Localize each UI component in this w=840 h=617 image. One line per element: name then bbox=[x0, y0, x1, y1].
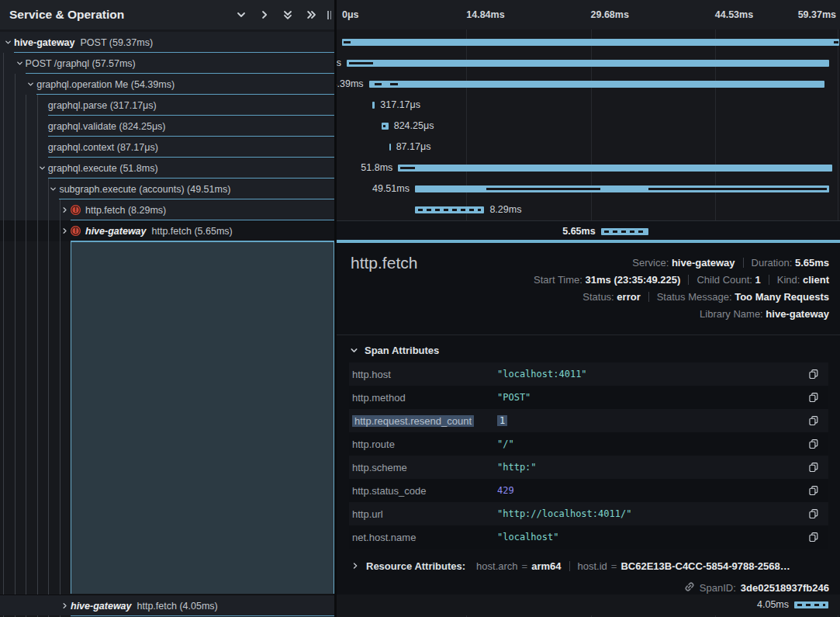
resource-value: arm64 bbox=[531, 560, 561, 572]
copy-icon[interactable] bbox=[808, 438, 819, 449]
meta-label: Service: bbox=[632, 257, 672, 269]
copy-icon[interactable] bbox=[808, 532, 819, 542]
span-bar[interactable] bbox=[347, 60, 829, 67]
chevron-down-icon[interactable] bbox=[26, 80, 36, 88]
span-meta-line: Library Name: hive-gateway bbox=[534, 306, 829, 323]
timeline-row[interactable]: 54.39ms bbox=[337, 74, 840, 95]
attribute-value: "http://localhost:4011/" bbox=[497, 508, 808, 519]
tree-row[interactable]: graphql.context (87.17μs) bbox=[0, 137, 334, 158]
attribute-value: "http:" bbox=[497, 462, 808, 473]
meta-label: Status: bbox=[582, 291, 617, 303]
chevron-down-icon[interactable] bbox=[49, 185, 59, 193]
tree-row[interactable]: !http.fetch (8.29ms) bbox=[0, 199, 334, 220]
link-icon[interactable] bbox=[684, 581, 695, 594]
timeline-row[interactable]: 317.17μs bbox=[337, 95, 840, 116]
tree-header: Service & Operation bbox=[0, 0, 334, 29]
span-bar-dashes bbox=[604, 231, 645, 233]
attribute-key: http.status_code bbox=[349, 485, 497, 497]
span-bar[interactable] bbox=[601, 228, 648, 235]
span-bar[interactable] bbox=[415, 206, 485, 213]
chevron-down-icon[interactable] bbox=[16, 59, 26, 68]
timeline-panel: 0μs14.84ms29.68ms44.53ms59.37ms 57.57ms5… bbox=[337, 0, 840, 617]
span-bar[interactable] bbox=[369, 81, 824, 88]
error-icon: ! bbox=[71, 226, 81, 236]
copy-icon[interactable] bbox=[808, 462, 819, 473]
expand-all-icon[interactable] bbox=[304, 9, 317, 22]
copy-icon[interactable] bbox=[808, 392, 819, 403]
child-span-segment bbox=[349, 62, 373, 64]
span-bar[interactable] bbox=[389, 144, 391, 151]
attribute-value: "POST" bbox=[497, 392, 808, 403]
operation-name: graphql.execute (51.8ms) bbox=[48, 163, 158, 174]
tree-row[interactable]: graphql.operation Me (54.39ms) bbox=[0, 74, 334, 95]
resource-attributes-title: Resource Attributes: bbox=[366, 560, 465, 572]
copy-icon[interactable] bbox=[808, 508, 819, 519]
meta-value: 1 bbox=[755, 274, 761, 286]
chevron-down-icon[interactable] bbox=[38, 164, 48, 172]
span-bar[interactable] bbox=[398, 165, 831, 172]
tree-row[interactable]: graphql.parse (317.17μs) bbox=[0, 95, 334, 116]
chevron-right-icon[interactable] bbox=[60, 227, 71, 235]
copy-icon[interactable] bbox=[808, 485, 819, 496]
equals-sign: = bbox=[611, 560, 617, 572]
tree-row[interactable]: graphql.execute (51.8ms) bbox=[0, 158, 334, 179]
span-attributes-header[interactable]: Span Attributes bbox=[349, 345, 840, 356]
span-bar[interactable] bbox=[342, 39, 839, 46]
duration-label: 54.39ms bbox=[337, 74, 364, 95]
indent-guide bbox=[3, 53, 4, 617]
timeline-row[interactable]: 49.51ms bbox=[337, 179, 840, 199]
tree-row[interactable]: subgraph.execute (accounts) (49.51ms) bbox=[0, 179, 334, 199]
service-name: hive-gateway bbox=[71, 601, 132, 612]
indent-guide bbox=[60, 199, 60, 617]
timeline-row[interactable]: 824.25μs bbox=[337, 116, 840, 137]
span-id-value: 3de02518937fb246 bbox=[741, 582, 829, 594]
collapse-all-icon[interactable] bbox=[281, 9, 294, 22]
span-bar[interactable] bbox=[372, 102, 375, 109]
copy-icon[interactable] bbox=[808, 369, 819, 380]
collapse-one-icon[interactable] bbox=[234, 9, 247, 22]
tree-row[interactable]: hive-gatewayPOST (59.37ms) bbox=[0, 32, 334, 53]
timeline-row[interactable]: 4.05ms bbox=[337, 594, 840, 615]
duration-label: 8.29ms bbox=[489, 199, 521, 220]
tree-row[interactable]: !hive-gatewayhttp.fetch (5.65ms) bbox=[0, 220, 334, 241]
chevron-right-icon[interactable] bbox=[60, 206, 71, 214]
error-icon: ! bbox=[71, 205, 81, 215]
child-span-segment bbox=[486, 188, 600, 190]
resource-attributes-row[interactable]: Resource Attributes: host.arch=arm64host… bbox=[351, 555, 790, 577]
timeline-row[interactable]: 57.57ms bbox=[337, 53, 840, 74]
meta-value: error bbox=[617, 291, 640, 303]
timeline-row[interactable]: 51.8ms bbox=[337, 158, 840, 179]
span-detail-panel: http.fetch Service: hive-gatewayDuration… bbox=[337, 241, 840, 594]
tree-row[interactable]: hive-gatewayhttp.fetch (4.05ms) bbox=[0, 595, 334, 616]
timeline-row[interactable]: 8.29ms bbox=[337, 199, 840, 220]
chevron-right-icon[interactable] bbox=[60, 601, 71, 610]
span-meta-line: Status: errorStatus Message: Too Many Re… bbox=[534, 289, 829, 306]
attribute-key: http.scheme bbox=[349, 462, 497, 473]
meta-label: Status Message: bbox=[657, 291, 735, 303]
tree-row[interactable]: POST /graphql (57.57ms) bbox=[0, 53, 334, 74]
attribute-row: http.url"http://localhost:4011/" bbox=[349, 502, 828, 525]
span-bar[interactable] bbox=[794, 601, 828, 608]
meta-label: Start Time: bbox=[534, 274, 585, 286]
indent-guide bbox=[37, 95, 38, 617]
chevron-down-icon bbox=[349, 345, 359, 355]
span-meta-line: Service: hive-gatewayDuration: 5.65ms bbox=[534, 255, 829, 272]
copy-icon[interactable] bbox=[808, 415, 819, 426]
timeline-row[interactable] bbox=[337, 32, 840, 53]
text-selection: http.request.resend_count bbox=[352, 415, 474, 427]
duration-label: 57.57ms bbox=[337, 53, 341, 74]
child-span-segment bbox=[648, 188, 827, 190]
duration-label: 317.17μs bbox=[380, 95, 420, 116]
timeline-row[interactable]: 87.17μs bbox=[337, 137, 840, 158]
child-span-segment bbox=[383, 125, 385, 127]
resize-handle-icon[interactable] bbox=[327, 11, 331, 19]
span-tree-panel: hive-gatewayPOST (59.37ms)POST /graphql … bbox=[0, 0, 334, 617]
chevron-down-icon[interactable] bbox=[4, 38, 14, 47]
attribute-value: "localhost:4011" bbox=[497, 369, 808, 380]
meta-value: hive-gateway bbox=[766, 308, 829, 320]
panel-title: Service & Operation bbox=[0, 8, 124, 22]
child-span-segment bbox=[834, 41, 838, 43]
tree-row[interactable]: graphql.validate (824.25μs) bbox=[0, 116, 334, 137]
expand-one-icon[interactable] bbox=[258, 9, 271, 22]
timeline-row[interactable]: 5.65ms bbox=[337, 220, 840, 241]
